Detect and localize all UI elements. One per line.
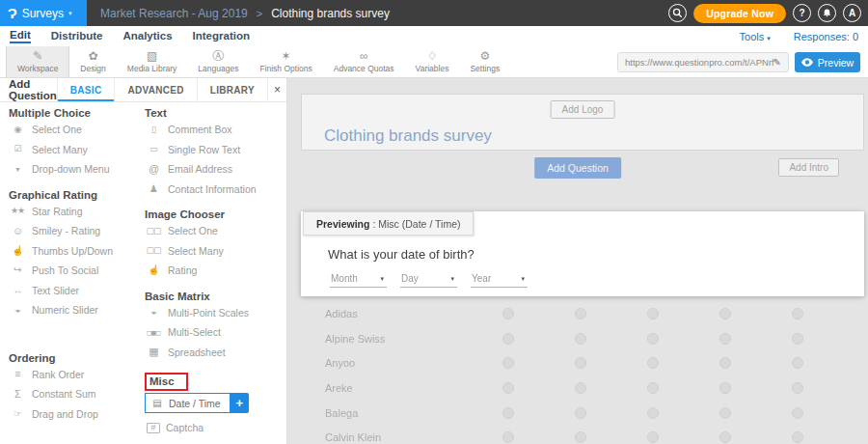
- radio-button[interactable]: [647, 382, 659, 394]
- breadcrumb-folder[interactable]: Market Research - Aug 2019: [100, 7, 248, 20]
- radio-button[interactable]: [502, 333, 514, 345]
- radio-button[interactable]: [647, 308, 659, 319]
- tab-basic[interactable]: BASIC: [57, 78, 115, 101]
- radio-button[interactable]: [792, 333, 803, 345]
- notifications-button[interactable]: [818, 4, 836, 22]
- radio-button[interactable]: [719, 382, 731, 394]
- add-question-button[interactable]: Add Question: [534, 157, 621, 179]
- toolbar-media-library[interactable]: ▧ Media Library: [117, 46, 188, 77]
- qtype-push-to-social[interactable]: ↪ Push To Social: [9, 261, 142, 281]
- qtype-select-many[interactable]: ☑ Select Many: [9, 140, 142, 160]
- radio-button[interactable]: [502, 357, 514, 369]
- radio-button[interactable]: [792, 407, 803, 419]
- qtype-numeric-slider[interactable]: ◦●◦ Numeric Slider: [9, 300, 142, 320]
- qtype-select-one[interactable]: ◉ Select One: [9, 120, 142, 140]
- qtype-image-select-many[interactable]: ▢▢ Select Many: [145, 241, 286, 262]
- toolbar-workspace[interactable]: ✎ Workspace: [6, 46, 69, 77]
- toolbar-advance-quotas[interactable]: ∞ Advance Quotas: [323, 46, 405, 77]
- radio-button[interactable]: [575, 407, 586, 419]
- toolbar-languages[interactable]: Ⓐ Languages: [187, 46, 249, 77]
- day-select[interactable]: Day ▾: [400, 272, 457, 288]
- chevron-down-icon: ▾: [767, 35, 771, 42]
- help-button[interactable]: ?: [793, 4, 811, 22]
- qtype-date-time[interactable]: ▤ Date / Time: [145, 393, 231, 413]
- month-select[interactable]: Month ▾: [330, 272, 387, 288]
- magic-wand-icon: ✶: [282, 50, 291, 63]
- qtype-constant-sum[interactable]: Σ Constant Sum: [9, 384, 142, 404]
- radio-button[interactable]: [575, 382, 586, 394]
- radio-button[interactable]: [792, 382, 803, 394]
- tab-distribute[interactable]: Distribute: [51, 30, 103, 42]
- qtype-contact-information[interactable]: ♟ Contact Information: [145, 180, 286, 200]
- radio-button[interactable]: [792, 357, 803, 369]
- radio-button[interactable]: [792, 431, 803, 443]
- upgrade-now-button[interactable]: Upgrade Now: [693, 4, 786, 23]
- radio-button[interactable]: [575, 431, 586, 443]
- qtype-text-slider[interactable]: ↔ Text Slider: [9, 281, 142, 301]
- qtype-image-select-one[interactable]: ▢▢ Select One: [145, 221, 286, 241]
- radio-button[interactable]: [647, 357, 659, 369]
- tab-edit[interactable]: Edit: [10, 29, 31, 43]
- radio-button[interactable]: [502, 382, 514, 394]
- add-logo-button[interactable]: Add Logo: [551, 100, 615, 119]
- tab-advanced[interactable]: ADVANCED: [114, 78, 196, 101]
- toolbar-design[interactable]: ✿ Design: [69, 46, 116, 77]
- single-row-icon: ▭: [145, 145, 162, 153]
- radio-button[interactable]: [647, 333, 659, 345]
- tab-integration[interactable]: Integration: [193, 30, 250, 42]
- add-intro-button[interactable]: Add Intro: [778, 158, 839, 177]
- radio-button[interactable]: [502, 407, 514, 419]
- year-select[interactable]: Year ▾: [471, 272, 528, 288]
- radio-button[interactable]: [575, 308, 586, 319]
- edit-url-pencil-icon[interactable]: ✎: [773, 57, 781, 68]
- qtype-image-rating[interactable]: ☝ Rating: [145, 261, 286, 281]
- radio-button[interactable]: [719, 333, 731, 345]
- qtype-spreadsheet[interactable]: ▦ Spreadsheet: [145, 343, 286, 363]
- qtype-thumbs-up-down[interactable]: ☝ Thumbs Up/Down: [9, 241, 142, 262]
- responses-count[interactable]: Responses: 0: [794, 31, 858, 42]
- qtype-multi-select[interactable]: ◻◼◻ Multi-Select: [145, 322, 286, 343]
- radio-button[interactable]: [647, 431, 659, 443]
- surveys-menu-label: Surveys: [22, 7, 64, 20]
- topbar-actions: Upgrade Now ? A: [668, 4, 868, 23]
- radio-button[interactable]: [719, 308, 731, 319]
- qtype-multi-point-scales[interactable]: ◦●◦ Multi-Point Scales: [145, 303, 286, 323]
- qtype-email-address[interactable]: @ Email Address: [145, 159, 286, 180]
- radio-button[interactable]: [719, 431, 731, 443]
- search-button[interactable]: [668, 4, 687, 22]
- qtype-comment-box[interactable]: ▯ Comment Box: [145, 120, 286, 140]
- qtype-dropdown-menu[interactable]: ▼ Drop-down Menu: [9, 159, 142, 180]
- panel-columns: Multiple Choice ◉ Select One ☑ Select Ma…: [0, 102, 286, 438]
- radio-button[interactable]: [792, 308, 803, 319]
- toolbar-finish-options[interactable]: ✶ Finish Options: [249, 46, 322, 77]
- radio-button[interactable]: [719, 407, 731, 419]
- comment-box-icon: ▯: [145, 125, 162, 134]
- radio-button[interactable]: [719, 357, 731, 369]
- add-date-time-button[interactable]: +: [231, 393, 249, 413]
- chevron-down-icon: ▾: [521, 275, 525, 283]
- radio-button[interactable]: [502, 308, 514, 319]
- qtype-label: Contact Information: [168, 183, 257, 195]
- qtype-captcha[interactable]: # Captcha: [145, 418, 286, 438]
- preview-button[interactable]: Preview: [795, 52, 860, 72]
- tools-menu[interactable]: Tools▾: [740, 31, 771, 42]
- radio-button[interactable]: [502, 431, 514, 443]
- qtype-label: Spreadsheet: [168, 347, 226, 358]
- qtype-single-row-text[interactable]: ▭ Single Row Text: [145, 140, 286, 160]
- toolbar-settings[interactable]: ⚙ Settings: [459, 46, 510, 77]
- tab-library[interactable]: LIBRARY: [197, 78, 267, 101]
- survey-url-input[interactable]: [625, 57, 773, 68]
- close-icon[interactable]: ×: [267, 78, 286, 101]
- surveys-menu[interactable]: Ɂ Surveys ▾: [0, 0, 87, 26]
- radio-button[interactable]: [575, 333, 586, 345]
- tab-analytics[interactable]: Analytics: [122, 30, 172, 42]
- toolbar-variables[interactable]: ♢ Variables: [405, 46, 460, 77]
- survey-title[interactable]: Clothing brands survey: [324, 126, 492, 146]
- radio-button[interactable]: [575, 357, 586, 369]
- qtype-drag-and-drop[interactable]: ☞ Drag and Drop: [9, 404, 142, 425]
- radio-button[interactable]: [647, 407, 659, 419]
- qtype-rank-order[interactable]: ≡ Rank Order: [9, 365, 142, 385]
- avatar[interactable]: A: [843, 4, 861, 22]
- qtype-smiley-rating[interactable]: ☺ Smiley - Rating: [9, 221, 142, 241]
- qtype-star-rating[interactable]: ★★ Star Rating: [9, 202, 142, 222]
